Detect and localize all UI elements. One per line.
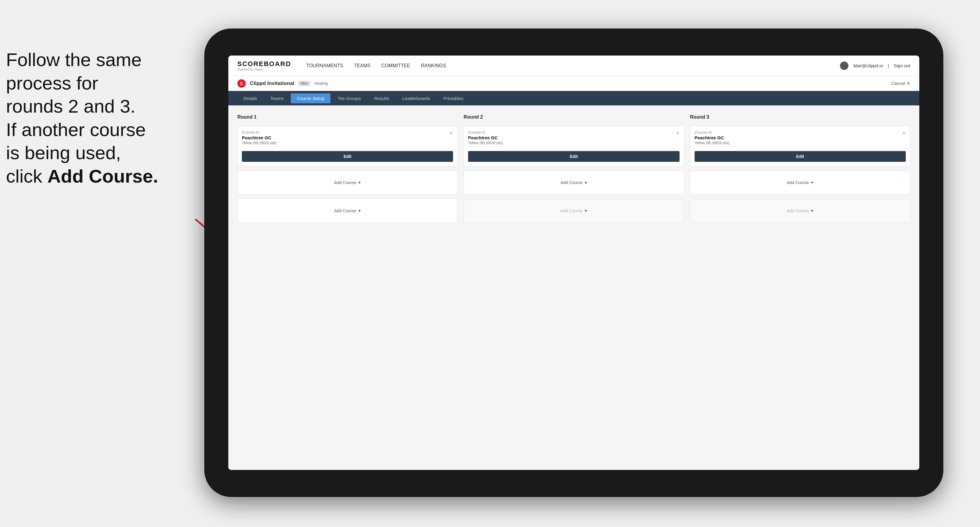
- add-course-box-r3-1[interactable]: Add Course +: [690, 171, 910, 195]
- course-a-label-r2: (Course A): [468, 130, 503, 135]
- add-course-text-r1-2: Add Course: [334, 208, 356, 213]
- nav-committee[interactable]: COMMITTEE: [381, 63, 410, 68]
- instruction-text: Follow the same process for rounds 2 and…: [6, 48, 183, 188]
- course-details-r1: Yellow (M) (6629 yds): [242, 141, 277, 145]
- course-a-label-r3: (Course A): [695, 130, 729, 135]
- round-1-title: Round 1: [237, 114, 458, 120]
- top-nav: SCOREBOARD Powered by clippd TOURNAMENTS…: [228, 56, 919, 76]
- add-course-plus-r2-2: +: [584, 208, 587, 214]
- add-course-text-r2-2: Add Course: [560, 208, 582, 213]
- rounds-container: Round 1 (Course A) Peachtree GC Yellow (…: [237, 114, 910, 223]
- tab-course-setup[interactable]: Course Setup: [291, 94, 331, 103]
- round-3-course-card: (Course A) Peachtree GC Yellow (M) (6629…: [690, 126, 910, 167]
- sub-header: C Clippd Invitational Men Hosting Cancel…: [228, 76, 919, 91]
- course-card-header-r3: (Course A) Peachtree GC Yellow (M) (6629…: [695, 130, 906, 145]
- add-course-text-r2-1: Add Course: [560, 180, 582, 185]
- add-course-box-r1-2[interactable]: Add Course +: [237, 199, 458, 223]
- round-1-column: Round 1 (Course A) Peachtree GC Yellow (…: [237, 114, 458, 223]
- add-course-text-r3-1: Add Course: [787, 180, 809, 185]
- event-title: Clippd Invitational: [250, 81, 294, 86]
- tablet: SCOREBOARD Powered by clippd TOURNAMENTS…: [204, 29, 943, 497]
- separator: |: [888, 63, 889, 68]
- course-card-header-r2: (Course A) Peachtree GC Yellow (M) (6629…: [468, 130, 679, 145]
- add-course-box-r3-2: Add Course +: [690, 199, 910, 223]
- logo-subtitle: Powered by clippd: [237, 68, 291, 71]
- add-course-box-r2-1[interactable]: Add Course +: [464, 171, 684, 195]
- tab-leaderboards[interactable]: Leaderboards: [396, 94, 436, 103]
- add-course-plus-r2-1: +: [584, 180, 587, 185]
- event-gender-badge: Men: [298, 81, 310, 86]
- add-course-plus-r1-2: +: [358, 208, 361, 214]
- tab-printables[interactable]: Printables: [438, 94, 469, 103]
- tab-tee-groups[interactable]: Tee Groups: [332, 94, 367, 103]
- course-name-r1: Peachtree GC: [242, 135, 277, 140]
- tab-details[interactable]: Details: [237, 94, 263, 103]
- round-3-column: Round 3 (Course A) Peachtree GC Yellow (…: [690, 114, 910, 223]
- nav-tournaments[interactable]: TOURNAMENTS: [306, 63, 343, 68]
- round-3-title: Round 3: [690, 114, 910, 120]
- edit-button-r2[interactable]: Edit: [468, 151, 679, 162]
- remove-course-r2[interactable]: ✕: [676, 130, 679, 136]
- cancel-button[interactable]: Cancel ✕: [891, 81, 910, 86]
- course-a-label-r1: (Course A): [242, 130, 277, 135]
- course-card-header: (Course A) Peachtree GC Yellow (M) (6629…: [242, 130, 453, 145]
- course-details-r3: Yellow (M) (6629 yds): [695, 141, 729, 145]
- main-content: Round 1 (Course A) Peachtree GC Yellow (…: [228, 105, 919, 470]
- remove-course-r3[interactable]: ✕: [902, 130, 906, 136]
- add-course-box-r2-2: Add Course +: [464, 199, 684, 223]
- course-details-r2: Yellow (M) (6629 yds): [468, 141, 503, 145]
- hosting-badge: Hosting: [315, 81, 328, 86]
- remove-course-r1[interactable]: ✕: [449, 130, 453, 136]
- course-name-r2: Peachtree GC: [468, 135, 503, 140]
- clippd-logo: C: [237, 79, 246, 88]
- round-2-title: Round 2: [464, 114, 684, 120]
- edit-button-r3[interactable]: Edit: [695, 151, 906, 162]
- sub-header-left: C Clippd Invitational Men Hosting: [237, 79, 328, 88]
- add-course-plus-r3-2: +: [811, 208, 814, 214]
- nav-teams[interactable]: TEAMS: [354, 63, 371, 68]
- nav-right: blair@clippd.io | Sign out: [840, 62, 910, 70]
- nav-rankings[interactable]: RANKINGS: [421, 63, 446, 68]
- add-course-box-r1-1[interactable]: Add Course +: [237, 171, 458, 195]
- tab-results[interactable]: Results: [368, 94, 395, 103]
- edit-button-r1[interactable]: Edit: [242, 151, 453, 162]
- nav-links: TOURNAMENTS TEAMS COMMITTEE RANKINGS: [306, 63, 446, 68]
- sign-out-link[interactable]: Sign out: [894, 63, 910, 68]
- avatar: [840, 62, 848, 70]
- scoreboard-logo: SCOREBOARD Powered by clippd: [237, 60, 291, 71]
- add-course-text-r3-2: Add Course: [787, 208, 809, 213]
- round-2-column: Round 2 (Course A) Peachtree GC Yellow (…: [464, 114, 684, 223]
- tab-teams[interactable]: Teams: [264, 94, 290, 103]
- nav-left: SCOREBOARD Powered by clippd TOURNAMENTS…: [237, 60, 446, 71]
- tab-bar: Details Teams Course Setup Tee Groups Re…: [228, 91, 919, 105]
- logo-title: SCOREBOARD: [237, 60, 291, 68]
- add-course-plus-r3-1: +: [811, 180, 814, 185]
- add-course-plus-r1-1: +: [358, 180, 361, 185]
- tablet-screen: SCOREBOARD Powered by clippd TOURNAMENTS…: [228, 56, 919, 470]
- round-1-course-card: (Course A) Peachtree GC Yellow (M) (6629…: [237, 126, 458, 167]
- add-course-text-r1-1: Add Course: [334, 180, 356, 185]
- course-name-r3: Peachtree GC: [695, 135, 729, 140]
- round-2-course-card: (Course A) Peachtree GC Yellow (M) (6629…: [464, 126, 684, 167]
- user-email: blair@clippd.io: [853, 63, 883, 68]
